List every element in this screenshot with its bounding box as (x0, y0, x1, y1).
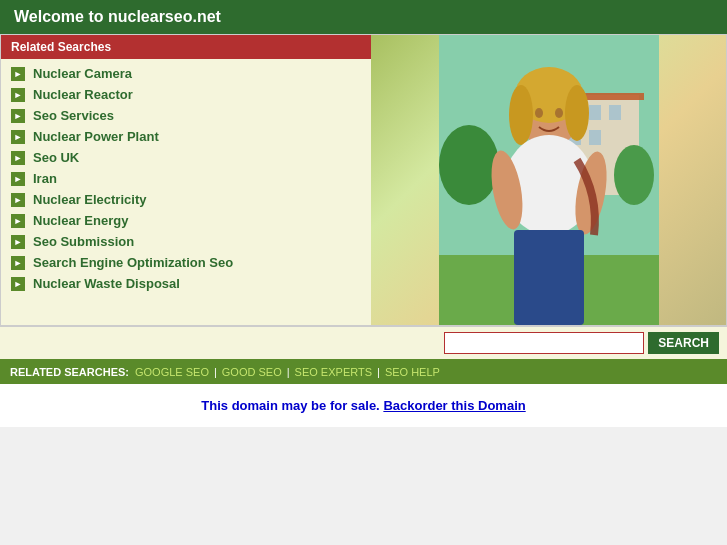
svg-rect-6 (589, 130, 601, 145)
search-link-1[interactable]: Nuclear Reactor (33, 87, 133, 102)
content-area: Related Searches ►Nuclear Camera►Nuclear… (0, 34, 727, 326)
svg-point-8 (439, 125, 499, 205)
svg-point-14 (565, 85, 589, 141)
search-button[interactable]: SEARCH (648, 332, 719, 354)
footer-link-1: GOOGLE SEO (135, 364, 209, 379)
search-link-7[interactable]: Nuclear Energy (33, 213, 128, 228)
bullet-icon: ► (11, 67, 25, 81)
footer-related-label: RELATED SEARCHES: (10, 366, 129, 378)
separator-2: | (287, 366, 290, 378)
photo-area (371, 35, 726, 325)
bullet-icon: ► (11, 109, 25, 123)
bullet-icon: ► (11, 151, 25, 165)
footer-link-3: SEO EXPERTS (295, 364, 372, 379)
domain-sale-text: This domain may be for sale. (201, 398, 379, 413)
search-link-2[interactable]: Seo Services (33, 108, 114, 123)
svg-point-16 (555, 108, 563, 118)
search-link-8[interactable]: Seo Submission (33, 234, 134, 249)
search-link-4[interactable]: Seo UK (33, 150, 79, 165)
svg-point-15 (535, 108, 543, 118)
footer-link-4: SEO HELP (385, 364, 440, 379)
list-item: ►Nuclear Reactor (1, 84, 371, 105)
svg-rect-3 (589, 105, 601, 120)
list-item: ►Seo Submission (1, 231, 371, 252)
list-item: ►Nuclear Camera (1, 63, 371, 84)
backorder-link[interactable]: Backorder this Domain (383, 398, 525, 413)
main-container: Welcome to nuclearseo.net Related Search… (0, 0, 727, 427)
list-item: ►Search Engine Optimization Seo (1, 252, 371, 273)
bullet-icon: ► (11, 277, 25, 291)
bullet-icon: ► (11, 88, 25, 102)
search-list: ►Nuclear Camera►Nuclear Reactor►Seo Serv… (1, 59, 371, 298)
footer-related-bar: RELATED SEARCHES: GOOGLE SEO | GOOD SEO … (0, 359, 727, 384)
domain-notice: This domain may be for sale. Backorder t… (0, 384, 727, 427)
search-link-9[interactable]: Search Engine Optimization Seo (33, 255, 233, 270)
person-illustration (439, 35, 659, 325)
site-header: Welcome to nuclearseo.net (0, 0, 727, 34)
list-item: ►Nuclear Energy (1, 210, 371, 231)
list-item: ►Seo Services (1, 105, 371, 126)
list-item: ►Nuclear Electricity (1, 189, 371, 210)
separator-3: | (377, 366, 380, 378)
footer-link-seo-help[interactable]: SEO HELP (385, 366, 440, 378)
list-item: ►Iran (1, 168, 371, 189)
bullet-icon: ► (11, 235, 25, 249)
bullet-icon: ► (11, 172, 25, 186)
search-link-10[interactable]: Nuclear Waste Disposal (33, 276, 180, 291)
bullet-icon: ► (11, 256, 25, 270)
search-bar-row: SEARCH (0, 326, 727, 359)
right-panel (371, 35, 726, 325)
search-link-5[interactable]: Iran (33, 171, 57, 186)
bullet-icon: ► (11, 214, 25, 228)
left-panel: Related Searches ►Nuclear Camera►Nuclear… (1, 35, 371, 325)
list-item: ►Nuclear Power Plant (1, 126, 371, 147)
search-input[interactable] (444, 332, 644, 354)
bullet-icon: ► (11, 193, 25, 207)
related-searches-header: Related Searches (1, 35, 371, 59)
svg-rect-21 (514, 230, 584, 325)
svg-point-13 (509, 85, 533, 145)
svg-point-9 (614, 145, 654, 205)
search-link-3[interactable]: Nuclear Power Plant (33, 129, 159, 144)
header-title: Welcome to nuclearseo.net (14, 8, 221, 25)
footer-link-good-seo[interactable]: GOOD SEO (222, 366, 282, 378)
separator-1: | (214, 366, 217, 378)
list-item: ►Seo UK (1, 147, 371, 168)
bullet-icon: ► (11, 130, 25, 144)
search-link-0[interactable]: Nuclear Camera (33, 66, 132, 81)
list-item: ►Nuclear Waste Disposal (1, 273, 371, 294)
footer-link-google-seo[interactable]: GOOGLE SEO (135, 366, 209, 378)
svg-rect-4 (609, 105, 621, 120)
footer-link-seo-experts[interactable]: SEO EXPERTS (295, 366, 372, 378)
footer-link-2: GOOD SEO (222, 364, 282, 379)
search-link-6[interactable]: Nuclear Electricity (33, 192, 146, 207)
